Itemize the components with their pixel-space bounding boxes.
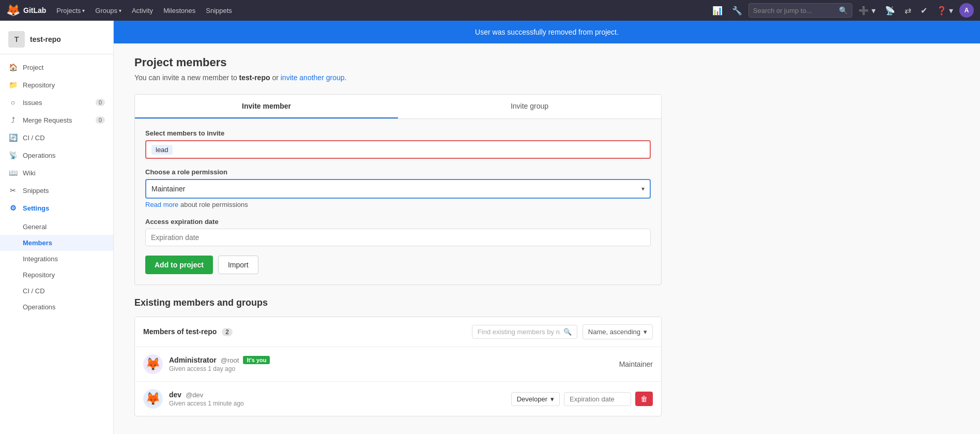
nav-projects[interactable]: Projects ▾ bbox=[52, 0, 89, 21]
nav-groups[interactable]: Groups ▾ bbox=[91, 0, 126, 21]
nav-milestones[interactable]: Milestones bbox=[159, 0, 200, 21]
nav-broadcast-icon[interactable]: 📡 bbox=[882, 4, 898, 18]
success-banner: User was successfully removed from proje… bbox=[114, 21, 980, 43]
fox-icon: 🦊 bbox=[6, 4, 20, 17]
search-icon: 🔍 bbox=[839, 6, 848, 14]
role-read-more: Read more about role permissions bbox=[145, 201, 651, 208]
search-icon: 🔍 bbox=[563, 328, 572, 336]
nav-help-icon[interactable]: ❓ ▾ bbox=[933, 4, 956, 18]
sidebar-item-project[interactable]: 🏠 Project bbox=[0, 58, 113, 76]
dev-access: Given access 1 minute ago bbox=[169, 400, 505, 407]
sidebar-sub-integrations[interactable]: Integrations bbox=[0, 251, 113, 267]
sidebar-item-operations[interactable]: 📡 Operations bbox=[0, 146, 113, 164]
sidebar-item-cicd[interactable]: 🔄 CI / CD bbox=[0, 129, 113, 146]
dev-avatar: 🦊 bbox=[143, 389, 163, 409]
nav-add-icon[interactable]: ➕ ▾ bbox=[855, 4, 878, 18]
member-input-box[interactable]: lead bbox=[145, 140, 651, 159]
sidebar-sub-general[interactable]: General bbox=[0, 219, 113, 235]
sidebar-sub-members[interactable]: Members bbox=[0, 235, 113, 251]
tab-invite-member[interactable]: Invite member bbox=[135, 95, 398, 118]
sidebar-project-name: test-repo bbox=[30, 35, 61, 43]
members-list-container: Members of test-repo 2 🔍 Name, ascending bbox=[134, 317, 662, 416]
members-list-controls: 🔍 Name, ascending ▾ bbox=[472, 324, 653, 339]
admin-name: Administrator @root It's you bbox=[169, 356, 613, 364]
cicd-icon: 🔄 bbox=[8, 133, 18, 142]
sort-dropdown[interactable]: Name, ascending ▾ bbox=[583, 324, 653, 339]
sidebar-sub-cicd[interactable]: CI / CD bbox=[0, 283, 113, 299]
nav-merge-icon[interactable]: ⇄ bbox=[901, 4, 914, 18]
nav-wrench-icon[interactable]: 🔧 bbox=[729, 4, 745, 18]
select-members-label: Select members to invite bbox=[145, 129, 651, 137]
page-title: Project members bbox=[134, 56, 662, 69]
add-to-project-button[interactable]: Add to project bbox=[145, 256, 213, 274]
sidebar-item-repository[interactable]: 📁 Repository bbox=[0, 76, 113, 94]
access-expiration-label: Access expiration date bbox=[145, 218, 651, 226]
dev-member-actions: Developer ▾ 🗑 bbox=[511, 392, 653, 406]
main-layout: T test-repo 🏠 Project 📁 Repository ○ Iss… bbox=[0, 21, 980, 434]
members-project-name: test-repo bbox=[186, 327, 217, 336]
search-box: 🔍 bbox=[748, 3, 852, 18]
access-expiration-group: Access expiration date bbox=[145, 218, 651, 246]
dev-info: dev @dev Given access 1 minute ago bbox=[169, 391, 505, 407]
sidebar-item-settings[interactable]: ⚙ Settings bbox=[0, 199, 113, 217]
main-content: User was successfully removed from proje… bbox=[114, 21, 980, 434]
members-count-badge: 2 bbox=[222, 328, 233, 336]
sidebar-item-wiki[interactable]: 📖 Wiki bbox=[0, 164, 113, 182]
expiration-date-input[interactable] bbox=[145, 229, 651, 246]
form-actions: Add to project Import bbox=[145, 256, 651, 274]
dev-role-dropdown[interactable]: Developer ▾ bbox=[511, 392, 560, 406]
brand-name: GitLab bbox=[23, 6, 46, 14]
sidebar-item-issues[interactable]: ○ Issues 0 bbox=[0, 94, 113, 111]
chevron-down-icon: ▾ bbox=[636, 185, 650, 192]
search-members-wrapper: 🔍 bbox=[472, 325, 577, 339]
invite-tabs-header: Invite member Invite group bbox=[135, 95, 661, 118]
nav-right: 📊 🔧 🔍 ➕ ▾ 📡 ⇄ ✔ ❓ ▾ A bbox=[709, 3, 974, 18]
sidebar-sub-operations[interactable]: Operations bbox=[0, 299, 113, 315]
merge-requests-badge: 0 bbox=[96, 116, 105, 124]
home-icon: 🏠 bbox=[8, 63, 18, 71]
brand-logo[interactable]: 🦊 GitLab bbox=[6, 4, 46, 17]
search-members-input[interactable] bbox=[478, 328, 560, 336]
table-row: 🦊 dev @dev Given access 1 minute ago Dev bbox=[135, 382, 661, 416]
nav-snippets[interactable]: Snippets bbox=[202, 0, 236, 21]
nav-activity[interactable]: Activity bbox=[128, 0, 157, 21]
read-more-link[interactable]: Read more bbox=[145, 201, 178, 208]
sidebar-item-snippets[interactable]: ✂ Snippets bbox=[0, 182, 113, 199]
role-select-box: Guest Reporter Developer Maintainer Owne… bbox=[145, 179, 651, 199]
tab-invite-group[interactable]: Invite group bbox=[398, 95, 661, 118]
operations-icon: 📡 bbox=[8, 151, 18, 159]
role-select[interactable]: Guest Reporter Developer Maintainer Owne… bbox=[146, 181, 636, 197]
admin-info: Administrator @root It's you Given acces… bbox=[169, 356, 613, 372]
nav-chart-icon[interactable]: 📊 bbox=[709, 4, 726, 18]
invite-group-link[interactable]: invite another group bbox=[281, 73, 345, 82]
role-permission-group: Choose a role permission Guest Reporter … bbox=[145, 168, 651, 208]
remove-dev-button[interactable]: 🗑 bbox=[635, 392, 653, 406]
admin-role-label: Maintainer bbox=[619, 360, 653, 368]
project-name-link[interactable]: test-repo bbox=[239, 73, 270, 82]
chevron-down-icon: ▾ bbox=[82, 8, 85, 13]
members-list-header: Members of test-repo 2 🔍 Name, ascending bbox=[135, 317, 661, 347]
dev-expiration-input[interactable] bbox=[564, 392, 631, 406]
chevron-down-icon: ▾ bbox=[550, 395, 554, 403]
invite-member-form: Select members to invite lead Choose a r… bbox=[135, 119, 661, 285]
project-avatar: T bbox=[8, 31, 25, 48]
search-input[interactable] bbox=[753, 7, 836, 14]
admin-handle: @root bbox=[221, 356, 239, 364]
page-content: Project members You can invite a new mem… bbox=[114, 43, 682, 429]
member-tag: lead bbox=[151, 145, 173, 155]
issues-badge: 0 bbox=[96, 99, 105, 106]
nav-check-icon[interactable]: ✔ bbox=[917, 4, 930, 18]
existing-members-section: Existing members and groups Members of t… bbox=[134, 297, 662, 416]
table-row: 🦊 Administrator @root It's you Given acc… bbox=[135, 347, 661, 382]
role-permission-label: Choose a role permission bbox=[145, 168, 651, 176]
admin-access: Given access 1 day ago bbox=[169, 365, 613, 372]
dev-name: dev @dev bbox=[169, 391, 505, 399]
existing-members-title: Existing members and groups bbox=[134, 297, 662, 308]
sidebar-sub-repository[interactable]: Repository bbox=[0, 267, 113, 283]
settings-icon: ⚙ bbox=[8, 204, 18, 212]
import-button[interactable]: Import bbox=[218, 256, 258, 274]
user-avatar[interactable]: A bbox=[959, 3, 974, 18]
sidebar-project-header: T test-repo bbox=[0, 25, 113, 54]
sidebar-item-merge-requests[interactable]: ⤴ Merge Requests 0 bbox=[0, 111, 113, 129]
top-nav: 🦊 GitLab Projects ▾ Groups ▾ Activity Mi… bbox=[0, 0, 980, 21]
